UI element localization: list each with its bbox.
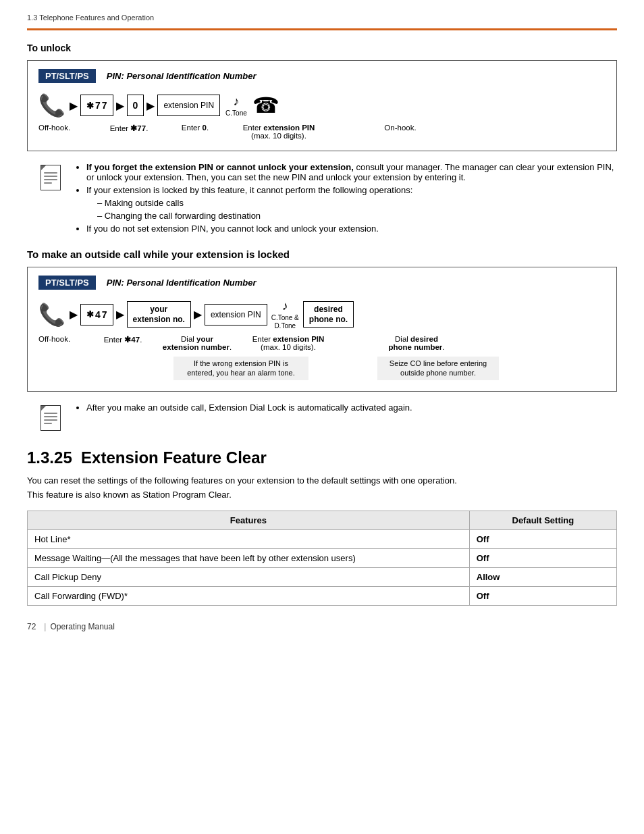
- section-125-title: 1.3.25 Extension Feature Clear: [27, 448, 617, 467]
- oc-label-offhook: Off-hook.: [38, 335, 89, 343]
- orange-rule: [27, 28, 617, 30]
- phone-offhook-2: 📞: [38, 302, 65, 328]
- your-ext-no-box: yourextension no.: [127, 301, 191, 328]
- label-enter77: Enter ✱77.: [92, 124, 165, 133]
- body-text-1: You can reset the settings of the follow…: [27, 475, 617, 486]
- key-star47: ✱ 4 7: [80, 304, 113, 325]
- bullet-pin-forget: If you forget the extension PIN or canno…: [86, 162, 617, 182]
- pin-title-outside: PIN: Personal Identification Number: [107, 278, 257, 288]
- default-cell: Off: [469, 529, 616, 548]
- note-icon-1: [41, 162, 65, 192]
- label-onhook: On-hook.: [373, 124, 427, 132]
- breadcrumb: 1.3 Telephone Features and Operation: [27, 14, 617, 22]
- feature-cell: Hot Line*: [28, 529, 470, 548]
- callout-seize-co: Seize CO line before enteringoutside pho…: [377, 357, 499, 380]
- key-star77: ✱ 7 7: [80, 95, 113, 116]
- ctone-icon: ♪ C.Tone: [225, 95, 247, 117]
- outside-call-title: To make an outside call while your exten…: [27, 249, 617, 260]
- col-features: Features: [28, 511, 470, 529]
- col-default: Default Setting: [469, 511, 616, 529]
- features-table: Features Default Setting Hot Line*OffMes…: [27, 511, 617, 606]
- oc-label-enter-pin: Enter extension PIN(max. 10 digits).: [238, 335, 339, 351]
- default-cell: Off: [469, 586, 616, 605]
- footer-sep: |: [44, 622, 46, 631]
- ctone-dtone-icon: ♪ C.Tone &D.Tone: [271, 299, 299, 330]
- body-text-2: This feature is also known as Station Pr…: [27, 490, 617, 500]
- oc-label-dial-desired: Dial desiredphone number.: [379, 335, 454, 351]
- pin-title-unlock: PIN: Personal Identification Number: [107, 71, 257, 81]
- oc-label-enter47: Enter ✱47.: [89, 335, 157, 344]
- ext-pin-box: extension PIN: [157, 95, 220, 116]
- table-row: Hot Line*Off: [28, 529, 617, 548]
- dash-changing-fwd: Changing the call forwarding destination: [97, 211, 617, 221]
- unlock-section: To unlock PT/SLT/PS PIN: Personal Identi…: [27, 43, 617, 151]
- arrow3: ▶: [146, 99, 155, 112]
- label-offhook: Off-hook.: [38, 124, 92, 132]
- arrow-oc2: ▶: [116, 308, 124, 321]
- label-enter0: Enter 0.: [165, 124, 225, 132]
- pt-badge-outside: PT/SLT/PS: [38, 276, 96, 290]
- phone-offhook-icon: 📞: [38, 93, 65, 118]
- arrow1: ▶: [70, 99, 78, 112]
- outside-call-diagram: PT/SLT/PS PIN: Personal Identification N…: [27, 267, 617, 392]
- arrow-oc3: ▶: [194, 308, 202, 321]
- feature-cell: Message Waiting—(All the messages that h…: [28, 548, 470, 567]
- oc-label-dial-ext: Dial yourextension number.: [157, 335, 238, 351]
- desired-phone-box: desiredphone no.: [303, 301, 354, 328]
- callout-wrong-pin: If the wrong extension PIN isentered, yo…: [173, 357, 308, 380]
- label-enter-pin: Enter extension PIN(max. 10 digits).: [225, 124, 333, 140]
- key-0: 0: [127, 95, 144, 116]
- bullet-locked-ops: If your extension is locked by this feat…: [86, 185, 617, 221]
- note-icon-2: [41, 402, 65, 432]
- bullet-auto-lock: After you make an outside call, Extensio…: [86, 402, 617, 413]
- table-row: Call Forwarding (FWD)*Off: [28, 586, 617, 605]
- feature-cell: Call Forwarding (FWD)*: [28, 586, 470, 605]
- table-row: Call Pickup DenyAllow: [28, 567, 617, 586]
- phone-onhook-icon: ☎: [252, 93, 279, 118]
- default-cell: Off: [469, 548, 616, 567]
- unlock-title: To unlock: [27, 43, 617, 53]
- arrow2: ▶: [116, 99, 124, 112]
- arrow-oc1: ▶: [70, 308, 78, 321]
- ext-pin-box-2: extension PIN: [205, 304, 267, 325]
- bullet-auto-activate: After you make an outside call, Extensio…: [41, 402, 617, 432]
- default-cell: Allow: [469, 567, 616, 586]
- table-row: Message Waiting—(All the messages that h…: [28, 548, 617, 567]
- bullet-no-pin: If you do not set extension PIN, you can…: [86, 224, 617, 234]
- dash-making-calls: Making outside calls: [97, 198, 617, 208]
- footer-page: 72: [27, 622, 36, 631]
- pt-badge-unlock: PT/SLT/PS: [38, 69, 96, 83]
- bullet-forget-pin: If you forget the extension PIN or canno…: [41, 162, 617, 236]
- feature-cell: Call Pickup Deny: [28, 567, 470, 586]
- unlock-diagram-box: PT/SLT/PS PIN: Personal Identification N…: [27, 60, 617, 151]
- footer: 72 | Operating Manual: [27, 622, 617, 631]
- outside-call-section: To make an outside call while your exten…: [27, 249, 617, 392]
- footer-label: Operating Manual: [50, 622, 114, 631]
